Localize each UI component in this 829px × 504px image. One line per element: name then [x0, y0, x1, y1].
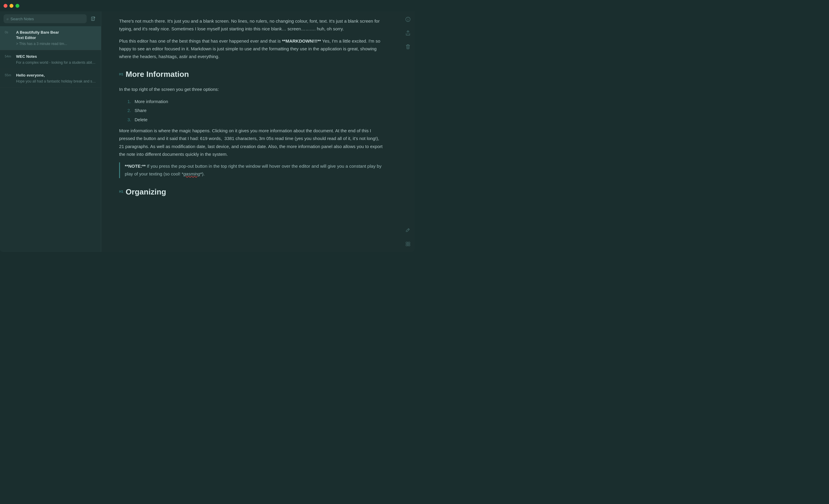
heading-organizing: H1 Organizing: [119, 185, 384, 199]
grid-icon[interactable]: [404, 240, 412, 248]
note-preview: For a complex world - looking for a stud…: [16, 60, 96, 65]
heading-more-info-text: More Information: [125, 68, 189, 81]
search-bar[interactable]: ⌕ Search Notes: [4, 14, 87, 23]
note-title: A Beautifully Bare BearText Editor: [16, 30, 96, 40]
svg-rect-12: [406, 242, 408, 244]
note-preview: > This has a 3 minute read tim...: [16, 41, 96, 46]
note-time: 0s: [5, 30, 13, 46]
search-input-label: Search Notes: [10, 17, 34, 21]
list-item-text: Share: [135, 107, 146, 114]
paragraph-intro: There's not much there. It's just you an…: [119, 17, 384, 33]
options-list: 1. More information 2. Share 3. Delete: [128, 98, 384, 123]
svg-rect-13: [408, 242, 410, 244]
paragraph-options-intro: In the top right of the screen you get t…: [119, 85, 384, 93]
pen-icon[interactable]: [404, 226, 412, 234]
list-item: 2. Share: [128, 107, 384, 114]
list-item: 3. Delete: [128, 116, 384, 123]
svg-rect-15: [408, 244, 410, 246]
note-item[interactable]: 55m Hello everyone, Hope you all had a f…: [0, 69, 101, 88]
right-toolbar: [401, 11, 414, 252]
minimize-button[interactable]: [9, 4, 13, 8]
note-bold: **NOTE:**: [125, 164, 146, 169]
note-time: 55m: [5, 73, 13, 84]
note-item[interactable]: 0s A Beautifully Bare BearText Editor > …: [0, 26, 101, 50]
search-icon: ⌕: [6, 17, 9, 21]
editor-content[interactable]: There's not much there. It's just you an…: [101, 11, 401, 252]
h1-marker: H1: [119, 71, 123, 77]
maximize-button[interactable]: [15, 4, 20, 8]
delete-icon[interactable]: [404, 43, 412, 51]
editor-area: There's not much there. It's just you an…: [101, 11, 414, 252]
list-number: 2.: [128, 107, 132, 114]
traffic-lights: [4, 4, 20, 8]
note-time: 54m: [5, 54, 13, 65]
italic-gasming: gasming: [183, 171, 201, 176]
note-content: Hello everyone, Hope you all had a fanta…: [16, 73, 96, 84]
note-item[interactable]: 54m WEC Notes For a complex world - look…: [0, 50, 101, 69]
close-button[interactable]: [4, 4, 7, 8]
list-item-text: Delete: [135, 116, 147, 123]
heading-organizing-text: Organizing: [125, 185, 166, 199]
list-item: 1. More information: [128, 98, 384, 105]
sidebar: ⌕ Search Notes 0s A Beau: [0, 11, 101, 252]
note-list: 0s A Beautifully Bare BearText Editor > …: [0, 26, 101, 252]
paragraph-markdown: Plus this editor has one of the best thi…: [119, 37, 384, 61]
paragraph-info-detail: More information is where the magic happ…: [119, 127, 384, 158]
h1-marker-organizing: H1: [119, 189, 123, 194]
new-note-button[interactable]: [89, 14, 97, 23]
note-title: Hello everyone,: [16, 73, 96, 78]
compose-icon: [91, 16, 96, 21]
bold-markdown: **MARKDOWN!!!**: [282, 38, 321, 43]
titlebar: [0, 0, 414, 11]
share-icon[interactable]: [404, 29, 412, 37]
note-preview: Hope you all had a fantastic holiday bre…: [16, 79, 96, 84]
svg-line-11: [408, 229, 409, 230]
list-item-text: More information: [135, 98, 168, 105]
note-title: WEC Notes: [16, 54, 96, 59]
note-content: A Beautifully Bare BearText Editor > Thi…: [16, 30, 96, 46]
svg-rect-14: [406, 244, 408, 246]
blockquote: **NOTE:** If you press the pop-out butto…: [119, 163, 384, 178]
sidebar-header: ⌕ Search Notes: [0, 11, 101, 26]
svg-point-7: [408, 18, 408, 19]
list-number: 3.: [128, 116, 132, 123]
app-container: ⌕ Search Notes 0s A Beau: [0, 11, 414, 252]
heading-more-info: H1 More Information: [119, 68, 384, 81]
note-content: WEC Notes For a complex world - looking …: [16, 54, 96, 65]
list-number: 1.: [128, 98, 132, 105]
info-icon[interactable]: [404, 15, 412, 23]
